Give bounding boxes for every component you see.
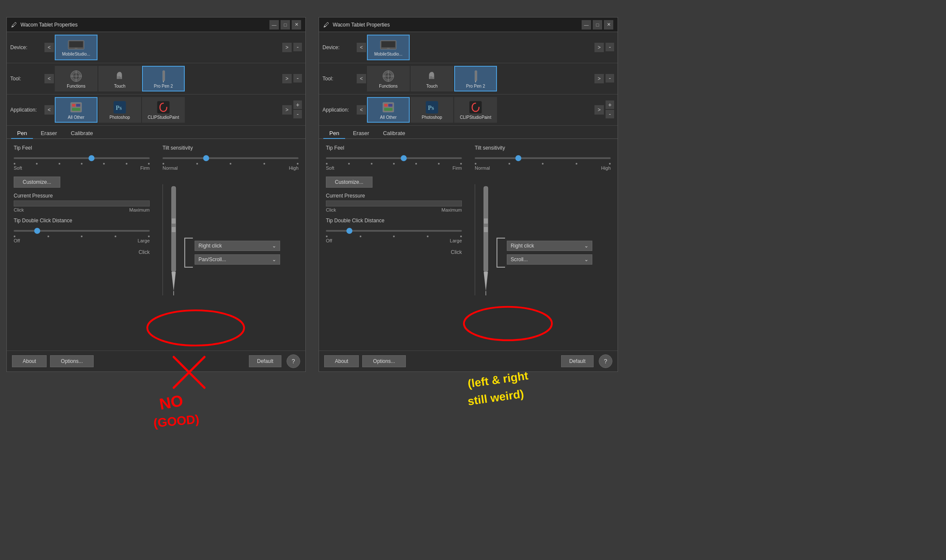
window-title-left: Wacom Tablet Properties bbox=[21, 22, 266, 28]
app-item-allother-left[interactable]: All Other bbox=[55, 97, 98, 123]
tool-item-functions-left[interactable]: Functions bbox=[55, 66, 98, 91]
device-prev-right[interactable]: < bbox=[357, 43, 366, 52]
tool-item-touch-left[interactable]: Touch bbox=[98, 66, 141, 91]
pressure-bar-left bbox=[14, 200, 150, 206]
tab-pen-right[interactable]: Pen bbox=[323, 128, 345, 139]
customize-btn-right[interactable]: Customize... bbox=[326, 177, 372, 188]
tool-propen2-label-right: Pro Pen 2 bbox=[466, 84, 485, 88]
app-add-left[interactable]: + bbox=[293, 100, 302, 109]
tool-next-left[interactable]: > bbox=[282, 74, 292, 83]
photoshop-icon-right: Ps bbox=[425, 100, 439, 114]
app-row-right: Application: < All Other Ps bbox=[319, 94, 618, 126]
svg-rect-2 bbox=[75, 48, 78, 49]
maximize-btn-right[interactable]: □ bbox=[593, 20, 602, 29]
tool-item-propen2-left[interactable]: Pro Pen 2 bbox=[142, 66, 185, 91]
btn1-dropdown-left[interactable]: Right click ⌄ bbox=[195, 241, 280, 251]
tip-feel-soft-right: Soft bbox=[326, 165, 334, 171]
app-remove-left[interactable]: - bbox=[293, 110, 302, 118]
tool-remove-right[interactable]: - bbox=[606, 74, 614, 83]
app-item-clip-right[interactable]: CLIPStudioPaint bbox=[454, 97, 497, 123]
default-btn-left[interactable]: Default bbox=[249, 355, 281, 367]
tab-calibrate-right[interactable]: Calibrate bbox=[377, 128, 411, 139]
minimize-btn-left[interactable]: — bbox=[269, 20, 279, 29]
tool-row-right: Tool: < Functions Touch bbox=[319, 63, 618, 94]
app-item-clip-left[interactable]: CLIPStudioPaint bbox=[142, 97, 185, 123]
bottom-bar-left: About Options... Default ? bbox=[7, 351, 305, 371]
help-btn-right[interactable]: ? bbox=[599, 354, 612, 368]
tip-feel-slider-left[interactable]: Soft Firm bbox=[14, 154, 150, 171]
tool-item-functions-right[interactable]: Functions bbox=[367, 66, 410, 91]
clip-icon-right bbox=[469, 100, 482, 114]
double-click-title-left: Tip Double Click Distance bbox=[14, 218, 150, 224]
app-add-right[interactable]: + bbox=[606, 100, 614, 109]
tilt-slider-left[interactable]: Normal High bbox=[163, 154, 299, 171]
svg-rect-28 bbox=[387, 48, 390, 49]
pressure-label-left: Current Pressure bbox=[14, 193, 150, 199]
default-btn-right[interactable]: Default bbox=[561, 355, 594, 367]
device-item-mobilestudio-right[interactable]: MobileStudio... bbox=[367, 35, 410, 60]
click-label2-left: Click bbox=[139, 249, 150, 255]
tab-calibrate-left[interactable]: Calibrate bbox=[65, 128, 99, 139]
app-remove-right[interactable]: - bbox=[606, 110, 614, 118]
device-name-left: MobileStudio... bbox=[62, 52, 90, 56]
tool-row-left: Tool: < Functions bbox=[7, 63, 305, 94]
device-label-left: Device: bbox=[10, 44, 44, 50]
tilt-normal-left: Normal bbox=[163, 165, 177, 171]
tip-feel-slider-right[interactable]: Soft Firm bbox=[326, 154, 462, 171]
tool-item-propen2-right[interactable]: Pro Pen 2 bbox=[454, 66, 497, 91]
app-allother-label-right: All Other bbox=[380, 115, 397, 120]
device-remove-right[interactable]: - bbox=[606, 43, 614, 51]
device-next-left[interactable]: > bbox=[282, 43, 292, 52]
photoshop-icon-left: Ps bbox=[113, 100, 127, 114]
app-item-allother-right[interactable]: All Other bbox=[367, 97, 410, 123]
btn2-dropdown-left[interactable]: Pan/Scroll... ⌄ bbox=[195, 254, 280, 265]
app-item-photoshop-right[interactable]: Ps Photoshop bbox=[411, 97, 453, 123]
maximum-label-left: Maximum bbox=[129, 207, 150, 212]
app-prev-left[interactable]: < bbox=[44, 105, 54, 115]
tablet-icon-right bbox=[380, 39, 397, 51]
double-click-off-right: Off bbox=[326, 238, 332, 243]
device-item-mobilestudio-left[interactable]: MobileStudio... bbox=[55, 35, 98, 60]
maximize-btn-left[interactable]: □ bbox=[281, 20, 290, 29]
tool-next-right[interactable]: > bbox=[594, 74, 604, 83]
options-btn-right[interactable]: Options... bbox=[362, 355, 405, 367]
help-btn-left[interactable]: ? bbox=[287, 354, 300, 368]
tool-prev-right[interactable]: < bbox=[357, 74, 366, 83]
customize-btn-left[interactable]: Customize... bbox=[14, 177, 60, 188]
app-label-left: Application: bbox=[10, 107, 44, 113]
app-clip-label-right: CLIPStudioPaint bbox=[460, 115, 491, 120]
svg-rect-38 bbox=[384, 108, 392, 110]
close-btn-right[interactable]: ✕ bbox=[604, 20, 613, 29]
tool-propen2-label-left: Pro Pen 2 bbox=[154, 84, 173, 88]
double-click-section-right: Tip Double Click Distance bbox=[326, 218, 462, 255]
app-item-photoshop-left[interactable]: Ps Photoshop bbox=[98, 97, 141, 123]
minimize-btn-right[interactable]: — bbox=[582, 20, 591, 29]
tilt-slider-right[interactable]: Normal High bbox=[475, 154, 611, 171]
device-next-right[interactable]: > bbox=[594, 43, 604, 52]
tool-prev-left[interactable]: < bbox=[44, 74, 54, 83]
device-remove-left[interactable]: - bbox=[293, 43, 302, 51]
app-next-left[interactable]: > bbox=[282, 105, 292, 115]
double-click-slider-left[interactable]: Off Large bbox=[14, 227, 150, 243]
svg-marker-19 bbox=[171, 272, 176, 291]
tab-eraser-left[interactable]: Eraser bbox=[35, 128, 63, 139]
options-btn-left[interactable]: Options... bbox=[50, 355, 93, 367]
app-prev-right[interactable]: < bbox=[357, 105, 366, 115]
tool-item-touch-right[interactable]: Touch bbox=[411, 66, 453, 91]
device-prev-left[interactable]: < bbox=[44, 43, 54, 52]
close-btn-left[interactable]: ✕ bbox=[292, 20, 301, 29]
about-btn-right[interactable]: About bbox=[324, 355, 359, 367]
wacom-icon: 🖊 bbox=[11, 21, 17, 28]
svg-rect-1 bbox=[69, 41, 83, 47]
tab-eraser-right[interactable]: Eraser bbox=[347, 128, 375, 139]
app-next-right[interactable]: > bbox=[594, 105, 604, 115]
content-area-right: Tip Feel Soft bbox=[319, 139, 618, 351]
svg-rect-10 bbox=[72, 104, 75, 106]
tab-pen-left[interactable]: Pen bbox=[11, 128, 33, 139]
functions-icon-left bbox=[69, 69, 83, 83]
tool-remove-left[interactable]: - bbox=[293, 74, 302, 83]
about-btn-left[interactable]: About bbox=[12, 355, 47, 367]
btn2-dropdown-right[interactable]: Scroll... ⌄ bbox=[507, 254, 592, 265]
btn1-dropdown-right[interactable]: Right click ⌄ bbox=[507, 241, 592, 251]
double-click-slider-right[interactable]: Off Large bbox=[326, 227, 462, 243]
